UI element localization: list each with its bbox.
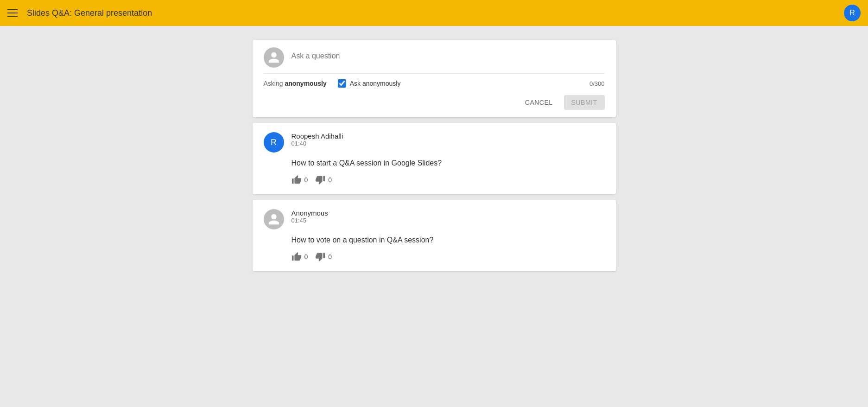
vote-row-2: 0 0 (291, 252, 605, 262)
cancel-button[interactable]: CANCEL (518, 95, 560, 110)
user-avatar-placeholder (264, 47, 284, 68)
ask-actions: CANCEL SUBMIT (264, 95, 605, 110)
main-content: Asking anonymously Ask anonymously 0/300… (0, 26, 868, 285)
question-card-2: Anonymous 01:45 How to vote on a questio… (253, 200, 616, 271)
anonymous-checkbox-container: Ask anonymously (338, 79, 401, 88)
user-time-1: 01:40 (291, 140, 343, 147)
anonymous-checkbox-label[interactable]: Ask anonymously (350, 80, 401, 87)
char-count: 0/300 (589, 80, 605, 87)
ask-top-row (264, 47, 605, 73)
question-text-1: How to start a Q&A session in Google Sli… (291, 159, 605, 167)
vote-row-1: 0 0 (291, 175, 605, 185)
user-name-2: Anonymous (291, 209, 328, 217)
submit-button: SUBMIT (564, 95, 605, 110)
ask-question-input[interactable] (291, 47, 605, 60)
thumbs-up-icon (291, 175, 302, 185)
user-avatar-2 (264, 209, 284, 229)
question-header-1: R Roopesh Adihalli 01:40 (264, 132, 605, 153)
downvote-button-1[interactable]: 0 (315, 175, 332, 185)
ask-question-card: Asking anonymously Ask anonymously 0/300… (253, 40, 616, 117)
user-avatar-header[interactable]: R (844, 5, 861, 21)
ask-meta-row: Asking anonymously Ask anonymously 0/300 (264, 79, 605, 88)
user-info-1: Roopesh Adihalli 01:40 (291, 132, 343, 147)
upvote-button-2[interactable]: 0 (291, 252, 308, 262)
thumbs-down-icon (315, 175, 325, 185)
question-text-2: How to vote on a question in Q&A session… (291, 236, 605, 244)
user-info-2: Anonymous 01:45 (291, 209, 328, 224)
app-header: Slides Q&A: General presentation R (0, 0, 868, 26)
app-title: Slides Q&A: General presentation (27, 8, 152, 18)
ask-divider (264, 73, 605, 74)
downvote-count-2: 0 (328, 253, 332, 261)
thumbs-down-icon-2 (315, 252, 325, 262)
asking-label: Asking anonymously (264, 80, 327, 87)
question-card-1: R Roopesh Adihalli 01:40 How to start a … (253, 123, 616, 194)
upvote-count-1: 0 (304, 176, 308, 184)
upvote-count-2: 0 (304, 253, 308, 261)
thumbs-up-icon-2 (291, 252, 302, 262)
menu-icon[interactable] (7, 9, 18, 17)
user-avatar-1: R (264, 132, 284, 153)
downvote-count-1: 0 (328, 176, 332, 184)
user-name-1: Roopesh Adihalli (291, 132, 343, 140)
user-time-2: 01:45 (291, 217, 328, 224)
question-header-2: Anonymous 01:45 (264, 209, 605, 229)
downvote-button-2[interactable]: 0 (315, 252, 332, 262)
anonymous-checkbox[interactable] (338, 79, 346, 88)
upvote-button-1[interactable]: 0 (291, 175, 308, 185)
